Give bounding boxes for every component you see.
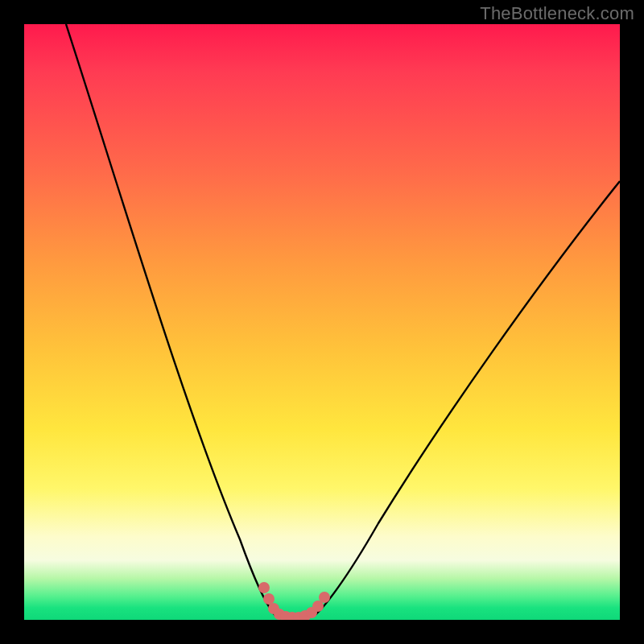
outer-frame: TheBottleneck.com bbox=[0, 0, 644, 644]
svg-point-0 bbox=[258, 582, 270, 593]
chart-plot-area bbox=[24, 24, 620, 620]
svg-point-10 bbox=[319, 592, 330, 603]
svg-point-1 bbox=[263, 593, 275, 605]
optimal-range-marker bbox=[258, 582, 330, 620]
chart-svg bbox=[24, 24, 620, 620]
bottleneck-curve bbox=[66, 24, 620, 617]
watermark-text: TheBottleneck.com bbox=[480, 3, 634, 24]
